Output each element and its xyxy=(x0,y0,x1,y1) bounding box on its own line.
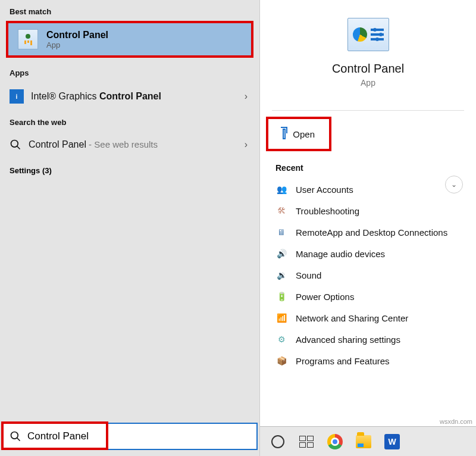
troubleshoot-icon: 🛠 xyxy=(275,205,287,217)
recent-item-network[interactable]: 📶Network and Sharing Center xyxy=(266,307,470,329)
best-match-subtitle: App xyxy=(46,40,108,49)
svg-line-3 xyxy=(17,438,20,441)
web-result[interactable]: Control Panel - See web results › xyxy=(0,132,259,158)
network-icon: 📶 xyxy=(275,312,287,324)
best-match-title: Control Panel xyxy=(46,30,108,40)
search-icon xyxy=(10,139,21,151)
power-icon: 🔋 xyxy=(275,291,287,302)
sound-icon: 🔉 xyxy=(275,269,287,281)
audio-icon: 🔊 xyxy=(275,248,287,260)
best-match-result[interactable]: Control Panel App xyxy=(6,21,253,58)
web-result-label: Control Panel - See web results xyxy=(29,139,158,150)
intel-icon: i xyxy=(10,89,24,104)
word-button[interactable]: W xyxy=(379,429,405,455)
best-match-header: Best match xyxy=(0,0,259,21)
sharing-icon: ⚙ xyxy=(275,333,287,345)
open-button[interactable]: Open xyxy=(266,117,331,151)
recent-list: 👥User Accounts 🛠Troubleshooting 🖥RemoteA… xyxy=(260,179,476,371)
search-web-header: Search the web xyxy=(0,111,259,132)
task-view-button[interactable] xyxy=(293,429,320,455)
recent-header: Recent xyxy=(260,151,476,179)
search-input[interactable] xyxy=(27,430,250,442)
chevron-right-icon[interactable]: › xyxy=(245,91,248,102)
word-icon: W xyxy=(384,434,400,449)
chrome-button[interactable] xyxy=(322,429,348,455)
open-label: Open xyxy=(293,129,315,139)
control-panel-icon xyxy=(18,29,38,49)
recent-item-audio[interactable]: 🔊Manage audio devices xyxy=(266,243,470,264)
search-input-container[interactable] xyxy=(2,423,258,450)
preview-title: Control Panel xyxy=(332,62,404,76)
recent-item-sound[interactable]: 🔉Sound xyxy=(266,264,470,286)
remote-icon: 🖥 xyxy=(275,226,287,238)
cortana-button[interactable] xyxy=(265,429,291,455)
app-result-label: Intel® Graphics Control Panel xyxy=(31,91,161,102)
watermark: wsxdn.com xyxy=(440,418,472,425)
preview-type: App xyxy=(361,78,375,88)
search-icon xyxy=(10,430,21,442)
expand-button[interactable]: ⌄ xyxy=(445,176,463,193)
users-icon: 👥 xyxy=(275,183,287,195)
settings-header[interactable]: Settings (3) xyxy=(0,158,259,183)
recent-item-user-accounts[interactable]: 👥User Accounts xyxy=(266,179,470,200)
recent-item-sharing[interactable]: ⚙Advanced sharing settings xyxy=(266,329,470,350)
apps-header: Apps xyxy=(0,61,259,82)
preview-panel: Control Panel App Open ⌄ Recent 👥User Ac… xyxy=(260,0,476,456)
control-panel-icon xyxy=(347,18,389,51)
task-view-icon xyxy=(299,436,314,448)
chrome-icon xyxy=(327,434,343,449)
recent-item-troubleshooting[interactable]: 🛠Troubleshooting xyxy=(266,200,470,221)
svg-point-0 xyxy=(11,140,18,148)
search-results-panel: Best match Control Panel App Apps i Inte… xyxy=(0,0,260,456)
svg-line-1 xyxy=(17,146,20,149)
recent-item-power[interactable]: 🔋Power Options xyxy=(266,286,470,307)
svg-point-2 xyxy=(11,432,18,439)
cortana-icon xyxy=(271,435,284,448)
chevron-right-icon[interactable]: › xyxy=(245,139,248,150)
programs-icon: 📦 xyxy=(275,355,287,367)
recent-item-programs[interactable]: 📦Programs and Features xyxy=(266,350,470,371)
file-explorer-icon xyxy=(356,435,371,448)
open-icon xyxy=(283,129,286,139)
explorer-button[interactable] xyxy=(350,429,377,455)
recent-item-remoteapp[interactable]: 🖥RemoteApp and Desktop Connections xyxy=(266,221,470,243)
divider xyxy=(272,110,464,111)
taskbar: W xyxy=(260,426,476,456)
app-result-intel[interactable]: i Intel® Graphics Control Panel › xyxy=(0,82,259,111)
